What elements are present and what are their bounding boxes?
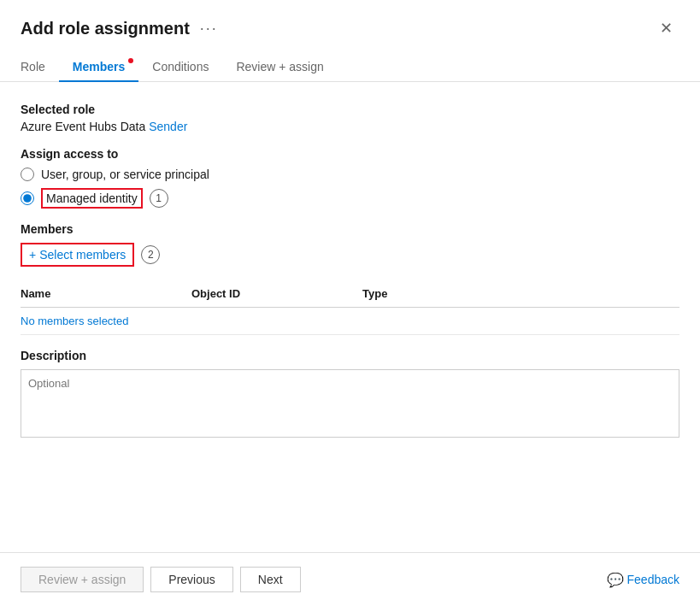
previous-button[interactable]: Previous — [150, 567, 232, 592]
tab-conditions[interactable]: Conditions — [138, 53, 222, 82]
no-members-row: No members selected — [21, 308, 679, 335]
description-textarea[interactable] — [21, 369, 679, 438]
description-label: Description — [21, 349, 679, 362]
members-table: Name Object ID Type No members selected — [21, 280, 679, 335]
tab-bar: Role Members Conditions Review + assign — [0, 39, 700, 82]
assign-access-label: Assign access to — [21, 147, 679, 161]
members-label: Members — [21, 222, 679, 236]
selected-role-label: Selected role — [21, 103, 679, 116]
managed-identity-row: Managed identity 1 — [21, 188, 679, 209]
radio-managed-identity[interactable]: Managed identity — [21, 188, 143, 209]
selected-role-value: Azure Event Hubs Data Sender — [21, 120, 679, 133]
more-options-icon[interactable]: ··· — [200, 20, 218, 38]
step-1-badge: 1 — [150, 189, 168, 208]
managed-identity-highlight-box: Managed identity — [41, 188, 143, 209]
select-members-button[interactable]: + Select members — [26, 246, 129, 263]
dialog-header: Add role assignment ··· ✕ — [0, 0, 700, 39]
radio-managed-identity-input[interactable] — [21, 191, 34, 205]
col-type: Type — [362, 280, 679, 308]
radio-user-group-input[interactable] — [21, 168, 34, 181]
dialog-title: Add role assignment — [21, 19, 190, 38]
dialog-content: Selected role Azure Event Hubs Data Send… — [0, 82, 700, 538]
select-members-highlight-box: + Select members — [21, 243, 134, 267]
tab-role[interactable]: Role — [21, 53, 59, 82]
dialog-title-area: Add role assignment ··· — [21, 19, 218, 38]
feedback-icon: 💬 — [607, 572, 624, 588]
select-members-row: + Select members 2 — [21, 243, 679, 267]
col-object-id: Object ID — [191, 280, 362, 308]
close-button[interactable]: ✕ — [653, 17, 679, 39]
step-2-badge: 2 — [141, 245, 160, 264]
no-members-message: No members selected — [21, 308, 191, 335]
table-header-row: Name Object ID Type — [21, 280, 679, 308]
tab-review-assign[interactable]: Review + assign — [222, 53, 337, 82]
review-assign-button: Review + assign — [21, 567, 144, 592]
members-section: Members + Select members 2 Name Object I… — [21, 222, 679, 335]
next-button[interactable]: Next — [240, 567, 301, 592]
description-section: Description — [21, 349, 679, 441]
footer-left: Review + assign Previous Next — [21, 567, 301, 592]
col-name: Name — [21, 280, 191, 308]
selected-role-section: Selected role Azure Event Hubs Data Send… — [21, 103, 679, 133]
radio-user-group[interactable]: User, group, or service principal — [21, 168, 679, 181]
feedback-area[interactable]: 💬 Feedback — [607, 572, 679, 588]
members-tab-dot — [128, 58, 133, 63]
add-role-assignment-dialog: Add role assignment ··· ✕ Role Members C… — [0, 0, 700, 606]
tab-members[interactable]: Members — [59, 53, 138, 82]
feedback-link[interactable]: Feedback — [627, 573, 679, 586]
dialog-footer: Review + assign Previous Next 💬 Feedback — [0, 552, 700, 606]
assign-access-section: Assign access to User, group, or service… — [21, 147, 679, 209]
